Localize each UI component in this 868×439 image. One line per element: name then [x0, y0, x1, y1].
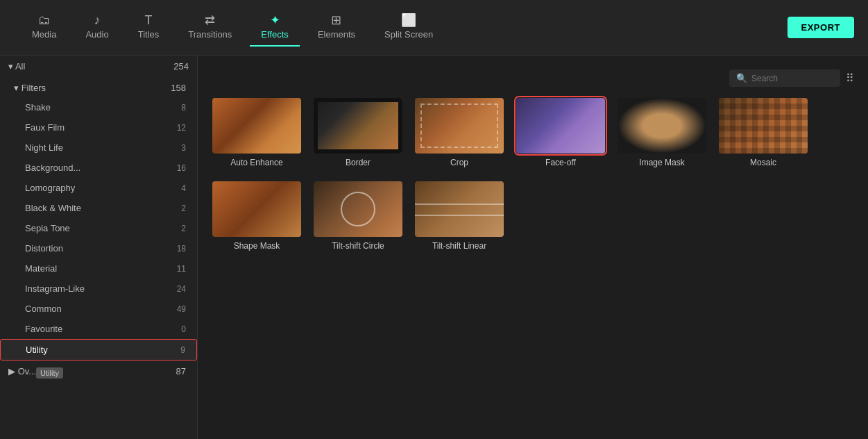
nav-titles-label: Titles [138, 29, 160, 40]
search-input[interactable] [751, 74, 833, 83]
sidebar-item-favourite[interactable]: Favourite 0 [0, 319, 197, 339]
nav-transitions[interactable]: ⇄ Transitions [177, 8, 243, 47]
splitscreen-icon: ⬜ [401, 14, 416, 26]
effects-grid: Auto Enhance Border Crop Face-off [212, 98, 854, 251]
nav-transitions-label: Transitions [188, 29, 232, 40]
sidebar-filters-label: Filters [22, 83, 46, 93]
overlay-chevron: ▶ Ov... Utility [8, 366, 36, 376]
effect-image-mask[interactable]: Image Mask [617, 98, 707, 167]
nav-titles[interactable]: T Titles [127, 8, 171, 47]
effect-label-border: Border [346, 158, 371, 167]
lomography-label: Lomography [25, 183, 75, 193]
black-white-count: 2 [181, 204, 186, 213]
content-header: 🔍 ⠿ [212, 69, 854, 87]
search-box[interactable]: 🔍 [729, 69, 840, 87]
sepia-tone-count: 2 [181, 224, 186, 233]
faux-film-label: Faux Film [25, 122, 65, 133]
night-life-count: 3 [181, 143, 186, 153]
material-label: Material [25, 263, 57, 274]
sidebar-item-material[interactable]: Material 11 [0, 258, 197, 279]
nav-effects[interactable]: ✦ Effects [250, 8, 300, 47]
effect-tilt-linear[interactable]: Tilt-shift Linear [414, 181, 504, 251]
effect-label-mosaic: Mosaic [750, 158, 776, 167]
shake-count: 8 [181, 103, 186, 113]
nav-splitscreen-label: Split Screen [384, 29, 433, 40]
effect-border[interactable]: Border [313, 98, 403, 167]
lomography-count: 4 [181, 183, 186, 193]
sepia-tone-label: Sepia Tone [25, 223, 70, 233]
effect-label-tilt-circle: Tilt-shift Circle [332, 241, 384, 251]
sidebar-filters-row[interactable]: ▾ Filters 158 [0, 77, 197, 97]
sidebar-item-black-white[interactable]: Black & White 2 [0, 198, 197, 218]
sidebar-all-row[interactable]: ▾ All 254 [0, 56, 197, 77]
effect-thumb-face-off [516, 98, 605, 154]
utility-tooltip: Utility [36, 367, 63, 379]
transitions-icon: ⇄ [205, 14, 215, 26]
export-button[interactable]: EXPORT [788, 17, 854, 38]
audio-icon: ♪ [94, 14, 101, 26]
nav-splitscreen[interactable]: ⬜ Split Screen [373, 8, 444, 47]
sidebar-item-faux-film[interactable]: Faux Film 12 [0, 117, 197, 138]
effect-crop[interactable]: Crop [414, 98, 504, 167]
nav-effects-label: Effects [261, 29, 289, 40]
grid-view-icon[interactable]: ⠿ [846, 72, 854, 85]
sidebar-item-distortion[interactable]: Distortion 18 [0, 238, 197, 258]
effect-label-tilt-linear: Tilt-shift Linear [432, 241, 486, 251]
effect-thumb-tilt-linear [415, 181, 504, 237]
effect-thumb-crop [415, 98, 504, 154]
effects-icon: ✦ [270, 14, 280, 26]
shake-label: Shake [25, 102, 51, 113]
sidebar-overlay-row[interactable]: ▶ Ov... Utility 87 [0, 361, 197, 381]
effect-tilt-circle[interactable]: Tilt-shift Circle [313, 181, 403, 251]
effect-label-image-mask: Image Mask [639, 158, 684, 167]
sidebar-item-lomography[interactable]: Lomography 4 [0, 178, 197, 198]
sidebar-item-utility[interactable]: Utility 9 [0, 339, 197, 361]
sidebar: ▾ All 254 ▾ Filters 158 Shake 8 Faux Fil… [0, 56, 198, 439]
effect-mosaic[interactable]: Mosaic [718, 98, 808, 167]
background-label: Background... [25, 163, 80, 173]
favourite-count: 0 [181, 324, 186, 334]
effect-shape-mask[interactable]: Shape Mask [212, 181, 302, 251]
effect-label-shape-mask: Shape Mask [234, 241, 280, 251]
content-area: 🔍 ⠿ Auto Enhance Border Crop [198, 56, 868, 439]
distortion-label: Distortion [25, 243, 63, 254]
nav-elements-label: Elements [318, 29, 355, 40]
sidebar-item-background[interactable]: Background... 16 [0, 158, 197, 178]
common-label: Common [25, 304, 62, 314]
favourite-label: Favourite [25, 324, 62, 334]
sidebar-item-night-life[interactable]: Night Life 3 [0, 138, 197, 158]
effect-label-crop: Crop [450, 158, 468, 167]
instagram-like-label: Instagram-Like [25, 283, 85, 294]
sidebar-item-shake[interactable]: Shake 8 [0, 97, 197, 117]
instagram-like-count: 24 [177, 284, 186, 294]
nav-audio-label: Audio [85, 29, 108, 40]
sidebar-filters-count: 158 [171, 83, 186, 93]
effect-thumb-tilt-circle [314, 181, 402, 237]
sidebar-all-count: 254 [173, 61, 189, 72]
utility-label: Utility [26, 345, 48, 355]
faux-film-count: 12 [177, 123, 186, 133]
nav-media-label: Media [32, 29, 56, 40]
sidebar-overlay-label: Ov... [18, 366, 36, 376]
main-layout: ▾ All 254 ▾ Filters 158 Shake 8 Faux Fil… [0, 56, 868, 439]
nav-media[interactable]: 🗂 Media [21, 8, 67, 47]
elements-icon: ⊞ [331, 14, 341, 26]
effect-thumb-shape-mask [212, 181, 301, 237]
distortion-count: 18 [177, 244, 186, 254]
common-count: 49 [177, 304, 186, 314]
sidebar-item-sepia-tone[interactable]: Sepia Tone 2 [0, 218, 197, 238]
search-icon: 🔍 [736, 73, 747, 83]
sidebar-item-instagram-like[interactable]: Instagram-Like 24 [0, 279, 197, 299]
nav-audio[interactable]: ♪ Audio [74, 8, 119, 47]
night-life-label: Night Life [25, 142, 63, 153]
effect-auto-enhance[interactable]: Auto Enhance [212, 98, 302, 167]
effect-thumb-image-mask [618, 98, 706, 154]
nav-elements[interactable]: ⊞ Elements [307, 8, 366, 47]
effect-label-auto-enhance: Auto Enhance [230, 158, 282, 167]
media-icon: 🗂 [38, 14, 51, 26]
background-count: 16 [177, 163, 186, 173]
toolbar-nav: 🗂 Media ♪ Audio T Titles ⇄ Transitions ✦… [14, 8, 788, 47]
effect-face-off[interactable]: Face-off [516, 98, 606, 167]
effect-label-face-off: Face-off [545, 158, 576, 167]
sidebar-item-common[interactable]: Common 49 [0, 299, 197, 319]
